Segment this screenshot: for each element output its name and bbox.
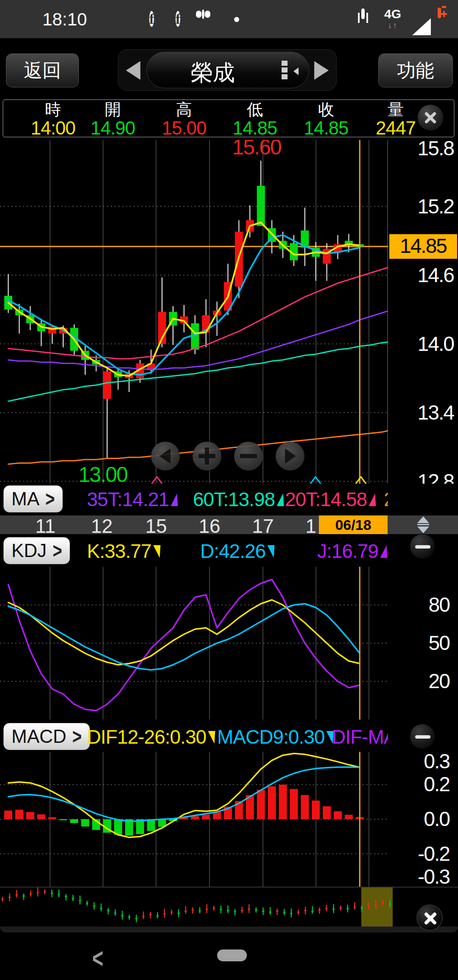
price-tick-label: 14.6 (390, 263, 454, 287)
quote-label: 收 (292, 100, 360, 119)
macd-tick-label: 0.2 (386, 773, 450, 796)
time-tick-label: 16 (198, 515, 220, 538)
quote-value: 14.90 (79, 119, 147, 137)
quote-value: 14.85 (221, 119, 289, 137)
quote-col-收: 收14.85 (292, 100, 360, 137)
indicator-value: DIF-MA (332, 725, 388, 748)
time-tick-label: 17 (252, 515, 274, 538)
shutter-icon (202, 11, 204, 18)
macd-tick-label: -0.3 (386, 865, 450, 888)
kdj-tick-label: 50 (386, 631, 450, 655)
grip-icon (282, 61, 294, 81)
zoom-out-button[interactable] (234, 442, 263, 470)
zoom-in-button[interactable] (193, 442, 221, 470)
trend-down-icon (268, 545, 276, 558)
main-chart-svg[interactable]: 15.6013.00 (0, 140, 388, 484)
indicator-value: 20T:14.58 (285, 488, 377, 511)
quote-col-開: 開14.90 (79, 100, 147, 137)
quote-col-時: 時14:00 (19, 100, 87, 137)
quote-close-button[interactable] (417, 104, 444, 131)
next-symbol-icon[interactable] (314, 61, 329, 80)
facebook-icon-2: f (176, 11, 180, 28)
page-title: 榮成 (147, 58, 279, 88)
signal-icon (412, 11, 431, 19)
macd-tick-label: 0.0 (386, 807, 450, 831)
minimap-close-button[interactable] (416, 904, 443, 931)
trend-up-icon (380, 545, 388, 558)
time-axis: 11121516171 06/18 14:00 (0, 515, 458, 534)
svg-text:15.60: 15.60 (232, 140, 281, 159)
trend-up-icon (276, 493, 285, 506)
quote-col-低: 低14.85 (221, 100, 289, 137)
price-tick-label: 13.4 (390, 401, 454, 424)
price-tick-label: 15.8 (390, 137, 454, 160)
indicator-value: 35T:14.21 (87, 488, 179, 511)
trend-up-icon (369, 493, 377, 506)
ma-row: MA> 35T:14.2160T:13.9820T:14.582 (0, 484, 458, 515)
last-price-label: 14.85 (389, 234, 457, 259)
price-tick-label: 14.0 (390, 332, 454, 356)
minimap-svg[interactable] (0, 887, 458, 927)
nav-back-icon[interactable]: < (92, 943, 103, 974)
trend-down-icon (153, 545, 162, 558)
quote-label: 高 (150, 100, 218, 119)
battery-saver-icon (438, 9, 441, 17)
quote-col-高: 高15.00 (150, 100, 218, 137)
macd-tick-label: -0.2 (386, 842, 450, 865)
time-tick-label: 11 (35, 515, 56, 538)
indicator-value: D:42.26 (200, 540, 275, 563)
status-clock: 18:10 (42, 9, 87, 30)
macd-collapse-button[interactable] (410, 724, 435, 749)
minimap-base (0, 927, 458, 932)
time-tick-label: 12 (91, 515, 112, 538)
symbol-pill[interactable]: 榮成 (146, 52, 309, 88)
quote-value: 15.00 (150, 119, 218, 137)
time-tick-label: 1 (305, 515, 316, 538)
kdj-chart-svg[interactable] (0, 567, 388, 720)
notification-dot (234, 17, 239, 22)
status-bar: 18:10 f f 4G↓↑ (0, 0, 458, 38)
indicator-value: 2 (384, 488, 388, 511)
menu-button[interactable]: 功能 (378, 53, 453, 87)
trend-up-icon (170, 493, 179, 506)
indicator-value: MACD9:0.30 (217, 725, 334, 748)
stock-app-screen: 18:10 f f 4G↓↑ 返回 榮成 功能 時14:00開14.90高15.… (0, 0, 458, 980)
indicator-value: K:33.77 (87, 540, 161, 563)
4g-updown-icon: 4G↓↑ (384, 8, 401, 31)
macd-row: MACD> DIF12-26:0.30MACD9:0.30DIF-MA (0, 721, 458, 752)
quote-bar: 時14:00開14.90高15.00低14.85收14.85量2447 (3, 99, 455, 137)
quote-value: 14.85 (292, 119, 360, 137)
macd-chart-svg[interactable] (0, 752, 388, 887)
crosshair-date-box: 06/18 14:00 (319, 515, 388, 534)
quote-label: 低 (221, 100, 289, 119)
quote-value: 14:00 (19, 119, 87, 137)
quote-label: 開 (79, 100, 147, 119)
trend-down-icon (208, 731, 216, 744)
quote-label: 時 (19, 100, 87, 119)
indicator-value: DIF12-26:0.30 (87, 725, 216, 748)
vibrate-icon (361, 10, 365, 18)
indicator-value: 60T:13.98 (193, 488, 285, 511)
nav-home-pill[interactable] (217, 949, 247, 961)
facebook-icon: f (149, 11, 154, 28)
pan-right-button[interactable] (276, 442, 304, 470)
kdj-collapse-button[interactable] (410, 534, 435, 559)
back-button[interactable]: 返回 (6, 53, 79, 87)
kdj-tick-label: 20 (386, 669, 450, 693)
svg-text:13.00: 13.00 (78, 463, 127, 484)
time-tick-label: 15 (145, 515, 167, 538)
expand-collapse-icon[interactable] (415, 516, 432, 533)
indicator-value: J:16.79 (317, 540, 388, 563)
macd-tick-label: 0.3 (386, 750, 450, 773)
kdj-tick-label: 80 (386, 593, 450, 616)
kdj-row: KDJ> K:33.77D:42.26J:16.79 (0, 535, 458, 566)
prev-symbol-icon[interactable] (126, 61, 140, 80)
pan-left-button[interactable] (151, 442, 180, 470)
price-tick-label: 15.2 (390, 195, 454, 218)
symbol-switcher: 榮成 (118, 49, 337, 91)
